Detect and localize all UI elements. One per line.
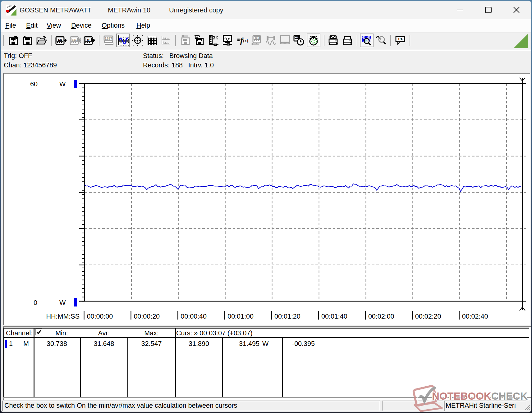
svg-text:W: W: [59, 299, 66, 306]
svg-text:00:02:00: 00:02:00: [368, 313, 394, 320]
svg-text:0: 0: [34, 299, 37, 306]
svg-text:321: 321: [255, 37, 259, 39]
svg-text:00:01:00: 00:01:00: [227, 313, 254, 320]
svg-text:60: 60: [30, 80, 38, 88]
svg-text:1257: 1257: [105, 37, 112, 40]
svg-text:00:00:20: 00:00:20: [134, 313, 160, 320]
svg-text:(x): (x): [243, 38, 248, 43]
svg-text:HH:MM:SS: HH:MM:SS: [46, 313, 80, 320]
svg-text:00:00:00: 00:00:00: [87, 313, 113, 320]
svg-text:321: 321: [72, 38, 76, 41]
svg-text:00:02:20: 00:02:20: [415, 313, 441, 320]
svg-text:T/A: T/A: [398, 38, 403, 41]
svg-text:W: W: [59, 80, 66, 88]
svg-text:NOTEBOOKCHECK: NOTEBOOKCHECK: [432, 390, 528, 402]
svg-text:M: M: [87, 38, 89, 41]
svg-text:00:00:40: 00:00:40: [181, 313, 207, 320]
svg-text:321: 321: [57, 38, 62, 41]
svg-text:00:01:40: 00:01:40: [321, 313, 347, 320]
svg-text:00:01:20: 00:01:20: [274, 313, 300, 320]
svg-text:00:02:40: 00:02:40: [462, 313, 488, 320]
svg-text:12: 12: [296, 36, 298, 39]
